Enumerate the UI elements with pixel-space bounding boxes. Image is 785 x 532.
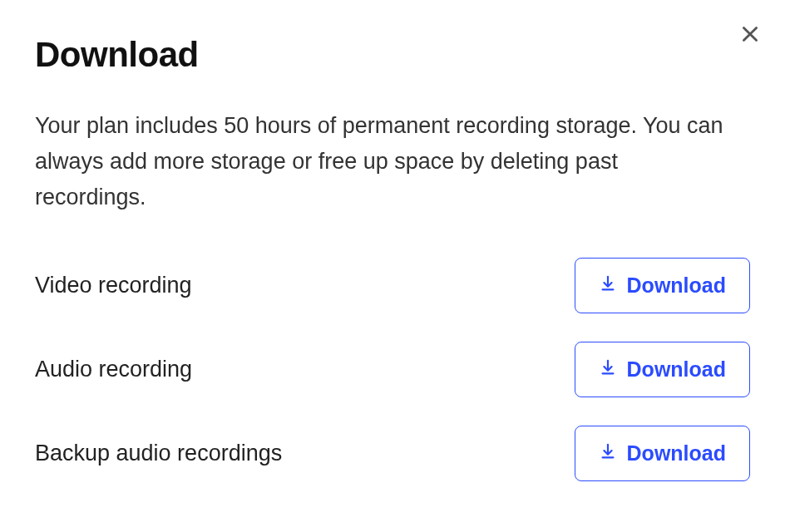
modal-description: Your plan includes 50 hours of permanent…	[35, 108, 733, 216]
download-icon	[599, 441, 617, 466]
row-label: Backup audio recordings	[35, 441, 282, 466]
download-audio-button[interactable]: Download	[575, 342, 750, 397]
close-icon	[739, 23, 761, 47]
download-row-audio: Audio recording Download	[35, 342, 750, 397]
download-button-label: Download	[627, 441, 726, 466]
download-button-label: Download	[627, 273, 726, 298]
download-icon	[599, 273, 617, 298]
row-label: Video recording	[35, 273, 192, 298]
close-button[interactable]	[738, 23, 762, 47]
download-icon	[599, 357, 617, 382]
download-video-button[interactable]: Download	[575, 258, 750, 313]
download-button-label: Download	[627, 357, 726, 382]
row-label: Audio recording	[35, 357, 192, 382]
download-row-backup-audio: Backup audio recordings Download	[35, 426, 750, 481]
download-backup-audio-button[interactable]: Download	[575, 426, 750, 481]
modal-title: Download	[35, 35, 750, 75]
download-row-video: Video recording Download	[35, 258, 750, 313]
